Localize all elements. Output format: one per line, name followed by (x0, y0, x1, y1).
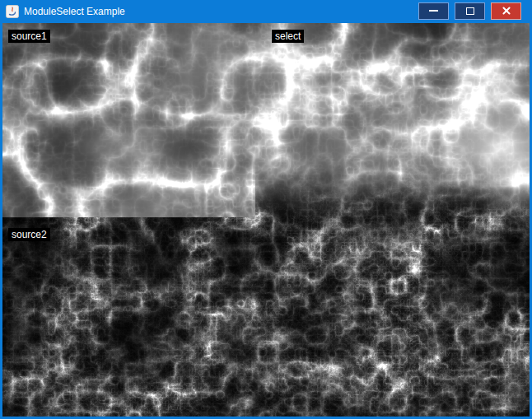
noise-canvas (2, 23, 530, 417)
label-source1: source1 (8, 30, 50, 43)
close-icon (502, 6, 511, 16)
maximize-button[interactable] (455, 2, 485, 20)
titlebar[interactable]: ModuleSelect Example (0, 0, 532, 23)
label-source2: source2 (8, 228, 50, 241)
window-title: ModuleSelect Example (24, 6, 418, 17)
minimize-button[interactable] (418, 2, 449, 20)
content-area: source1 select source2 (2, 23, 530, 417)
minimize-icon (429, 10, 438, 12)
app-window: ModuleSelect Example source1 select sour… (0, 0, 532, 419)
maximize-icon (466, 7, 474, 15)
close-button[interactable] (491, 2, 521, 20)
label-select: select (272, 30, 304, 43)
titlebar-buttons (418, 2, 521, 20)
app-icon (6, 5, 19, 18)
